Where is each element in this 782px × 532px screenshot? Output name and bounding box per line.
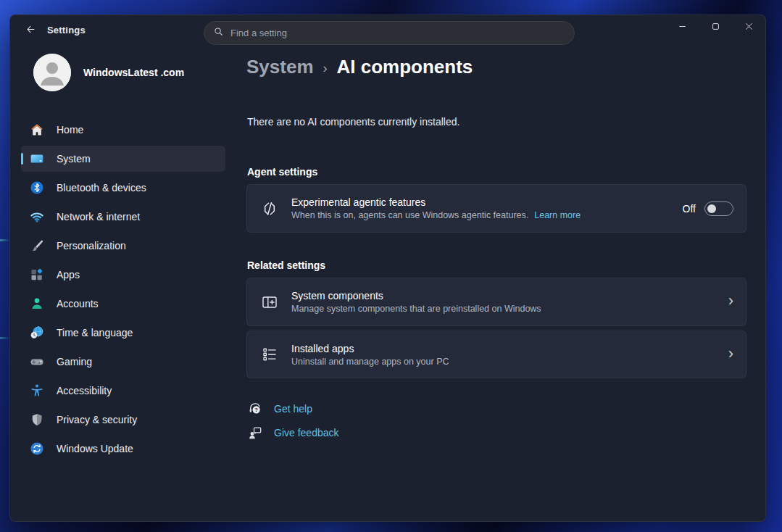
user-profile[interactable]: WindowsLatest .com — [21, 54, 230, 91]
selection-indicator — [21, 153, 23, 165]
home-icon — [30, 122, 44, 137]
installed-apps-row[interactable]: Installed apps Uninstall and manage apps… — [246, 331, 746, 378]
settings-window: Settings WindowsLatest .com — [9, 14, 766, 522]
sidebar-item-accessibility[interactable]: Accessibility — [21, 378, 225, 404]
page-title: AI components — [337, 56, 473, 78]
time-language-icon — [30, 325, 44, 340]
agent-settings-header: Agent settings — [247, 166, 317, 178]
sidebar-item-label: Windows Update — [57, 443, 133, 454]
row-subtitle: Uninstall and manage apps on your PC — [291, 357, 715, 367]
search-icon — [213, 26, 224, 40]
get-help-label: Get help — [274, 403, 312, 415]
bluetooth-icon — [30, 180, 44, 195]
sidebar-item-network-internet[interactable]: Network & internet — [21, 204, 225, 230]
installed-apps-icon — [261, 346, 278, 363]
learn-more-link[interactable]: Learn more — [534, 210, 581, 220]
sidebar-item-label: Accounts — [57, 298, 99, 309]
wifi-icon — [30, 209, 44, 224]
sidebar-item-label: Gaming — [57, 356, 92, 367]
sidebar-item-label: Home — [57, 124, 83, 136]
breadcrumb-separator-icon: › — [323, 59, 328, 76]
accessibility-icon — [30, 383, 44, 398]
main-content: System › AI components There are no AI c… — [246, 15, 746, 522]
empty-state-message: There are no AI components currently ins… — [247, 116, 459, 128]
give-feedback-icon — [247, 425, 263, 441]
sidebar: WindowsLatest .com Home System Bluetooth… — [21, 54, 230, 91]
setting-title: Experimental agentic features — [291, 196, 670, 208]
setting-description-text: When this is on, agents can use Windows … — [291, 210, 528, 220]
sidebar-item-label: System — [57, 153, 91, 165]
installed-apps-text: Installed apps Uninstall and manage apps… — [291, 343, 715, 367]
sidebar-item-accounts[interactable]: Accounts — [21, 291, 225, 317]
apps-icon — [30, 267, 44, 282]
svg-text:?: ? — [254, 407, 258, 413]
back-button[interactable] — [19, 21, 42, 40]
sidebar-item-time-language[interactable]: Time & language — [21, 320, 225, 346]
give-feedback-label: Give feedback — [274, 427, 339, 439]
toggle-state-label: Off — [683, 203, 696, 215]
chevron-right-icon: › — [728, 346, 733, 364]
sidebar-item-bluetooth-devices[interactable]: Bluetooth & devices — [21, 175, 225, 201]
paintbrush-icon — [30, 238, 44, 253]
windows-update-icon — [30, 441, 44, 456]
get-help-link[interactable]: ? Get help — [247, 401, 312, 417]
user-name: WindowsLatest .com — [83, 67, 184, 78]
row-title: System components — [291, 290, 715, 302]
agentic-features-text: Experimental agentic features When this … — [291, 196, 670, 220]
toggle-group: Off — [683, 201, 733, 216]
sidebar-item-label: Bluetooth & devices — [57, 182, 146, 194]
gaming-icon — [30, 354, 44, 369]
avatar — [33, 54, 71, 91]
sidebar-item-gaming[interactable]: Gaming — [21, 349, 225, 375]
wallpaper-streak — [0, 239, 10, 241]
sidebar-item-label: Network & internet — [57, 211, 140, 223]
sidebar-item-label: Privacy & security — [57, 414, 137, 425]
related-settings-header: Related settings — [247, 259, 325, 271]
get-help-icon: ? — [247, 401, 263, 417]
breadcrumb-parent[interactable]: System — [246, 56, 314, 78]
wallpaper-streak — [0, 337, 10, 339]
agent-features-icon — [261, 200, 278, 217]
sidebar-nav: Home System Bluetooth & devices Network … — [21, 117, 225, 462]
sidebar-item-home[interactable]: Home — [21, 117, 225, 143]
sidebar-item-label: Accessibility — [57, 385, 112, 396]
sidebar-item-system[interactable]: System — [21, 146, 225, 172]
toggle-knob — [707, 204, 716, 213]
system-components-icon — [261, 294, 278, 311]
back-arrow-icon — [25, 24, 36, 38]
sidebar-item-privacy-security[interactable]: Privacy & security — [21, 407, 225, 433]
accounts-icon — [30, 296, 44, 311]
setting-description: When this is on, agents can use Windows … — [291, 210, 670, 220]
sidebar-item-label: Personalization — [57, 240, 126, 252]
row-title: Installed apps — [291, 343, 715, 354]
app-title: Settings — [47, 25, 86, 36]
system-icon — [30, 151, 44, 166]
sidebar-item-personalization[interactable]: Personalization — [21, 233, 225, 259]
system-components-row[interactable]: System components Manage system componen… — [246, 278, 746, 326]
sidebar-item-windows-update[interactable]: Windows Update — [21, 436, 225, 462]
row-subtitle: Manage system components that are preins… — [291, 304, 715, 314]
agentic-features-toggle[interactable] — [704, 201, 733, 216]
give-feedback-link[interactable]: Give feedback — [247, 425, 339, 441]
sidebar-item-apps[interactable]: Apps — [21, 262, 225, 288]
system-components-text: System components Manage system componen… — [291, 290, 715, 314]
chevron-right-icon: › — [728, 293, 733, 311]
agentic-features-card: Experimental agentic features When this … — [246, 184, 746, 233]
sidebar-item-label: Time & language — [57, 327, 133, 338]
sidebar-item-label: Apps — [57, 269, 80, 280]
breadcrumb: System › AI components — [246, 56, 473, 78]
shield-icon — [30, 412, 44, 427]
